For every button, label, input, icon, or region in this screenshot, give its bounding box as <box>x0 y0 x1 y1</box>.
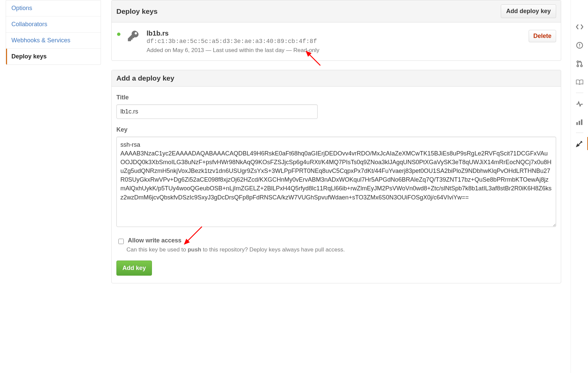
deploy-keys-title: Deploy keys <box>116 7 158 15</box>
settings-menu: Options Collaborators Webhooks & Service… <box>6 0 101 65</box>
svg-rect-8 <box>579 121 580 125</box>
sidebar-item-deploy-keys[interactable]: Deploy keys <box>6 49 101 64</box>
rail-wiki-icon[interactable] <box>571 73 588 91</box>
rail-code-icon[interactable] <box>571 17 588 36</box>
svg-point-3 <box>577 61 579 62</box>
key-icon <box>127 30 139 44</box>
sidebar-item-collaborators[interactable]: Collaborators <box>6 16 101 33</box>
title-input[interactable] <box>116 104 318 119</box>
key-status-indicator <box>117 33 120 36</box>
add-deploy-key-title: Add a deploy key <box>116 74 174 82</box>
rail-settings-icon[interactable] <box>571 134 588 153</box>
add-deploy-key-button[interactable]: Add deploy key <box>501 4 556 18</box>
allow-write-checkbox[interactable] <box>118 239 124 244</box>
svg-rect-7 <box>576 122 578 125</box>
rail-graphs-icon[interactable] <box>571 113 588 131</box>
settings-sidebar: Options Collaborators Webhooks & Service… <box>0 0 101 373</box>
key-textarea[interactable] <box>116 137 556 227</box>
title-label: Title <box>116 94 556 101</box>
rail-separator-2 <box>576 133 583 133</box>
key-info: lb1b.rs df:c1:3b:ae:5c:5c:a5:d3:3e:ae:a3… <box>147 29 529 54</box>
add-deploy-key-panel-header: Add a deploy key <box>112 70 561 87</box>
key-label: Key <box>116 126 556 133</box>
deploy-key-row: lb1b.rs df:c1:3b:ae:5c:5c:a5:d3:3e:ae:a3… <box>112 22 561 60</box>
add-key-submit-button[interactable]: Add key <box>116 261 152 276</box>
key-actions: Delete <box>529 29 556 42</box>
main-content: Deploy keys Add deploy key lb1b.rs df:c1… <box>101 0 571 373</box>
add-deploy-key-panel: Add a deploy key Title Key Allow write a… <box>111 70 561 283</box>
allow-write-row: Allow write access <box>116 237 556 245</box>
delete-key-button[interactable]: Delete <box>529 30 556 42</box>
svg-rect-9 <box>581 119 582 125</box>
svg-point-5 <box>581 65 582 66</box>
form-actions: Add key <box>116 261 556 276</box>
deploy-keys-panel: Deploy keys Add deploy key lb1b.rs df:c1… <box>111 0 561 61</box>
deploy-keys-panel-header: Deploy keys Add deploy key <box>112 0 561 22</box>
rail-separator <box>576 93 583 93</box>
add-deploy-key-form: Title Key Allow write access Can this ke… <box>112 87 561 283</box>
sidebar-item-webhooks-services[interactable]: Webhooks & Services <box>6 33 101 49</box>
svg-point-4 <box>577 65 579 66</box>
repo-rail <box>571 0 588 373</box>
key-fingerprint: df:c1:3b:ae:5c:5c:a5:d3:3e:ae:a3:40:89:c… <box>147 38 529 45</box>
rail-pull-requests-icon[interactable] <box>571 54 588 73</box>
rail-pulse-icon[interactable] <box>571 94 588 113</box>
sidebar-item-options[interactable]: Options <box>6 0 101 16</box>
key-name: lb1b.rs <box>147 29 529 37</box>
key-meta: Added on May 6, 2013 — Last used within … <box>147 47 529 54</box>
allow-write-label: Allow write access <box>128 237 181 244</box>
allow-write-note: Can this key be used to push to this rep… <box>126 246 556 253</box>
svg-point-2 <box>579 46 580 47</box>
rail-issues-icon[interactable] <box>571 36 588 54</box>
